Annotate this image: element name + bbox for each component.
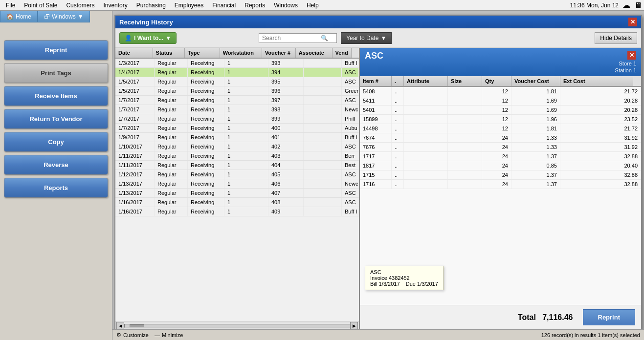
reprint-button[interactable]: Reprint [4, 40, 108, 60]
date-filter-button[interactable]: Year to Date ▼ [341, 32, 392, 44]
menu-financial[interactable]: Financial [208, 1, 240, 10]
detail-close-button[interactable]: ✕ [627, 51, 636, 60]
menu-reports[interactable]: Reports [241, 1, 269, 10]
table-row[interactable]: 1/7/2017 Regular Receiving 1 399 Phill [115, 114, 359, 124]
table-row[interactable]: 1/7/2017 Regular Receiving 1 397 ASC [115, 96, 359, 105]
table-row[interactable]: 1/4/2017 Regular Receiving 1 394 ASC [115, 68, 359, 77]
customize-button[interactable]: ⚙ Customize [116, 332, 149, 338]
detail-row[interactable]: 14498 .. 12 1.81 21.72 [360, 124, 641, 133]
table-row[interactable]: 1/11/2017 Regular Receiving 1 403 Berr [115, 151, 359, 161]
person-icon: 👤 [125, 35, 132, 42]
cell-workstation: 1 [224, 77, 268, 86]
dcell-ecost: 21.72 [560, 124, 641, 133]
menu-bar: File Point of Sale Customers Inventory P… [0, 0, 644, 11]
cell-voucher: 407 [268, 189, 304, 197]
cell-workstation: 1 [224, 114, 268, 123]
dcell-size [448, 115, 482, 124]
hide-details-button[interactable]: Hide Details [595, 32, 637, 44]
detail-row[interactable]: 5411 .. 12 1.69 20.28 [360, 96, 641, 106]
table-row[interactable]: 1/11/2017 Regular Receiving 1 404 Best [115, 161, 359, 170]
dcol-item: Item # [360, 76, 392, 86]
cell-status: Regular [155, 151, 188, 160]
menu-file[interactable]: File [2, 1, 19, 10]
table-row[interactable]: 1/13/2017 Regular Receiving 1 407 ASC [115, 189, 359, 198]
table-row[interactable]: 1/5/2017 Regular Receiving 1 395 ASC [115, 77, 359, 86]
cell-status: Regular [155, 170, 188, 179]
menu-point-of-sale[interactable]: Point of Sale [20, 1, 61, 10]
table-row[interactable]: 1/16/2017 Regular Receiving 1 409 Buff I [115, 207, 359, 216]
dcell-size [448, 161, 482, 170]
detail-row[interactable]: 1716 .. 24 1.37 32.88 [360, 180, 641, 189]
table-body[interactable]: 1/3/2017 Regular Receiving 1 393 Buff I … [115, 59, 359, 321]
search-input[interactable] [262, 35, 321, 42]
cell-associate [304, 86, 342, 95]
reverse-button[interactable]: Reverse [4, 155, 108, 175]
table-row[interactable]: 1/7/2017 Regular Receiving 1 398 Newc [115, 105, 359, 114]
minimize-button[interactable]: — Minimize [155, 332, 183, 338]
cell-workstation: 1 [224, 133, 268, 142]
dcell-dot: .. [392, 96, 404, 105]
scroll-right-button[interactable]: ▶ [350, 322, 358, 330]
dcell-qty: 12 [482, 96, 511, 105]
receive-items-button[interactable]: Receive Items [4, 86, 108, 106]
reports-button[interactable]: Reports [4, 178, 108, 198]
table-row[interactable]: 1/12/2017 Regular Receiving 1 405 ASC [115, 170, 359, 179]
scroll-track[interactable] [124, 324, 350, 328]
table-row[interactable]: 1/7/2017 Regular Receiving 1 400 Aubu [115, 124, 359, 133]
toolbar: 👤 I Want to... ▼ 🔍 Year to Date ▼ Hide D… [115, 28, 641, 48]
cell-voucher: 398 [268, 105, 304, 114]
menu-windows[interactable]: Windows [270, 1, 302, 10]
copy-button[interactable]: Copy [4, 132, 108, 152]
detail-store: Store 1 [619, 61, 636, 66]
menu-inventory[interactable]: Inventory [99, 1, 131, 10]
dcell-vcost: 1.69 [511, 106, 560, 114]
cell-voucher: 397 [268, 96, 304, 105]
dcol-ecost: Ext Cost [560, 76, 633, 86]
cell-associate [304, 124, 342, 132]
cell-status: Regular [155, 189, 188, 197]
filter-dropdown-icon: ▼ [380, 35, 386, 42]
detail-header: ASC ✕ Store 1 Station 1 [360, 48, 641, 76]
menu-help[interactable]: Help [303, 1, 323, 10]
tooltip-vendor: ASC [370, 269, 438, 275]
dcell-size [448, 133, 482, 142]
dcell-item: 7676 [360, 143, 392, 151]
table-row[interactable]: 1/3/2017 Regular Receiving 1 393 Buff I [115, 59, 359, 68]
main-content: Receiving History ✕ 👤 I Want to... ▼ 🔍 Y… [112, 11, 644, 340]
table-row[interactable]: 1/16/2017 Regular Receiving 1 408 ASC [115, 198, 359, 207]
detail-row[interactable]: 5401 .. 12 1.69 20.28 [360, 106, 641, 115]
table-row[interactable]: 1/5/2017 Regular Receiving 1 396 Greer [115, 86, 359, 96]
cell-workstation: 1 [224, 105, 268, 114]
dcell-ecost: 20.28 [560, 96, 641, 105]
window-close-button[interactable]: ✕ [628, 18, 637, 26]
menu-customers[interactable]: Customers [62, 1, 98, 10]
horizontal-scrollbar[interactable]: ◀ ▶ [115, 321, 359, 329]
detail-row[interactable]: 7674 .. 24 1.33 31.92 [360, 133, 641, 143]
cell-workstation: 1 [224, 198, 268, 207]
detail-vendor-name: ASC [365, 51, 383, 61]
scroll-thumb[interactable] [130, 324, 144, 327]
detail-row[interactable]: 5408 .. 12 1.81 21.72 [360, 87, 641, 96]
iwant-button[interactable]: 👤 I Want to... ▼ [119, 32, 177, 44]
detail-reprint-button[interactable]: Reprint [583, 309, 636, 325]
windows-tab[interactable]: 🗗 Windows ▼ [38, 11, 90, 22]
cell-voucher: 404 [268, 161, 304, 170]
menu-employees[interactable]: Employees [171, 1, 207, 10]
return-to-vendor-button[interactable]: Return To Vendor [4, 109, 108, 129]
table-row[interactable]: 1/9/2017 Regular Receiving 1 401 Buff I [115, 133, 359, 142]
detail-row[interactable]: 1715 .. 24 1.37 32.88 [360, 170, 641, 180]
detail-row[interactable]: 1817 .. 24 0.85 20.40 [360, 161, 641, 170]
dcell-attr [404, 143, 448, 151]
dcell-attr [404, 152, 448, 161]
col-workstation: Workstation [220, 48, 262, 58]
dcell-qty: 12 [482, 87, 511, 96]
table-row[interactable]: 1/10/2017 Regular Receiving 1 402 ASC [115, 142, 359, 151]
print-tags-button[interactable]: Print Tags [4, 63, 108, 83]
scroll-left-button[interactable]: ◀ [116, 322, 124, 330]
detail-row[interactable]: 1717 .. 24 1.37 32.88 [360, 152, 641, 161]
menu-purchasing[interactable]: Purchasing [133, 1, 170, 10]
detail-row[interactable]: 15899 .. 12 1.96 23.52 [360, 115, 641, 124]
home-tab[interactable]: 🏠 Home [0, 11, 38, 22]
table-row[interactable]: 1/13/2017 Regular Receiving 1 406 Newc [115, 179, 359, 189]
detail-row[interactable]: 7676 .. 24 1.33 31.92 [360, 143, 641, 152]
